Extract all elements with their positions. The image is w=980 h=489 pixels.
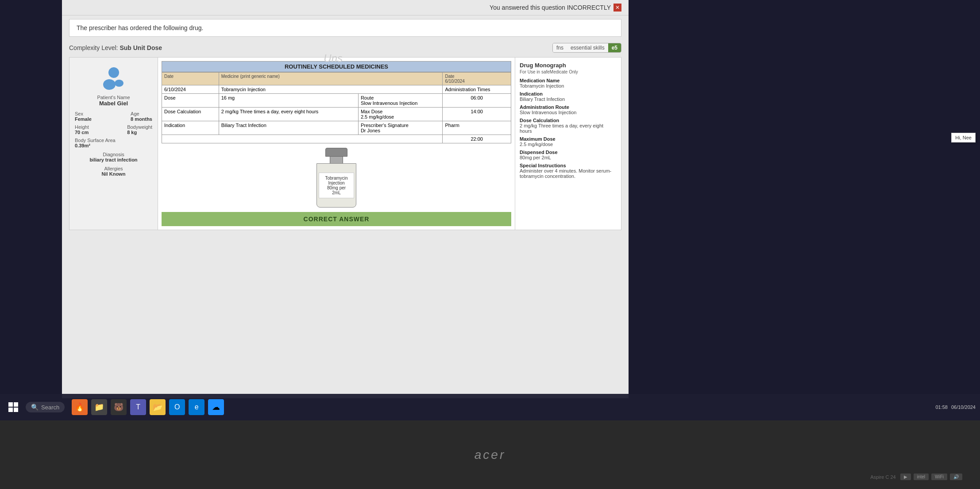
acer-logo: acer bbox=[475, 448, 505, 462]
svg-point-0 bbox=[108, 67, 119, 78]
chat-notification: Hi, Nee bbox=[951, 133, 976, 142]
monograph-dose-calc-value: 2 mg/kg Three times a day, every eight h… bbox=[520, 123, 617, 134]
age-label: Age bbox=[131, 111, 152, 116]
monograph-special-instructions-value: Administer over 4 minutes. Monitor serum… bbox=[520, 168, 617, 179]
essential-label: fnsessential skills bbox=[567, 43, 608, 52]
taskbar-app-1[interactable]: 🔥 bbox=[72, 399, 88, 415]
med-name-label: Medication Name bbox=[520, 78, 617, 83]
incorrect-banner: You answered this question INCORRECTLY ✕ bbox=[62, 0, 629, 15]
prescriber-sig-value: Dr Jones bbox=[361, 128, 440, 133]
patient-panel: Patient's Name Mabel Giel Sex Female Age… bbox=[69, 58, 158, 230]
allergies-label: Allergies bbox=[75, 166, 152, 171]
complexity-value: Sub Unit Dose bbox=[120, 44, 162, 51]
bottle-neck bbox=[330, 157, 343, 163]
taskbar-app-2[interactable]: 📁 bbox=[91, 399, 107, 415]
time-3: 22:00 bbox=[443, 135, 511, 143]
taskbar-right: 01:58 06/10/2024 bbox=[935, 404, 976, 410]
bottle-cap bbox=[325, 148, 347, 157]
monograph-admin-route-label: Administration Route bbox=[520, 104, 617, 110]
taskbar-app-cloud[interactable]: ☁ bbox=[208, 399, 224, 415]
prescriber-text: The prescriber has ordered the following… bbox=[77, 24, 203, 31]
incorrect-text: You answered this question INCORRECTLY bbox=[490, 4, 611, 11]
close-button[interactable]: ✕ bbox=[613, 4, 621, 12]
height-value: 70 cm bbox=[75, 130, 89, 135]
date-right-value: 6/10/2024 bbox=[445, 79, 465, 84]
svg-point-1 bbox=[103, 79, 116, 90]
taskbar-app-files[interactable]: 📂 bbox=[150, 399, 166, 415]
patient-avatar bbox=[100, 65, 127, 91]
monograph-indication-value: Biliary Tract Infection bbox=[520, 96, 617, 102]
e5-badge: e5 bbox=[608, 43, 621, 52]
complexity-level: Complexity Level: Sub Unit Dose bbox=[69, 44, 162, 51]
monograph-special-instructions-label: Special Instructions bbox=[520, 163, 617, 168]
main-card: Patient's Name Mabel Giel Sex Female Age… bbox=[69, 57, 621, 230]
taskbar-time: 01:58 bbox=[935, 404, 948, 410]
route-value: Slow Intravenous Injection bbox=[361, 100, 440, 106]
monograph-subtitle: For Use in safeMedicate Only bbox=[520, 69, 617, 74]
prescriber-section: The prescriber has ordered the following… bbox=[69, 19, 621, 37]
sex-label: Sex bbox=[75, 111, 92, 116]
diagnosis-value: biliary tract infection bbox=[75, 157, 152, 162]
date-cell: 6/10/2024 bbox=[162, 85, 219, 94]
allergies-section: Allergies Nil Known bbox=[75, 166, 152, 177]
fns-badge: fns fnsessential skills e5 bbox=[552, 43, 621, 53]
allergies-value: Nil Known bbox=[75, 171, 152, 177]
taskbar-app-teams[interactable]: T bbox=[130, 399, 146, 415]
brand-chips: ▶ intel WiFi 🔊 bbox=[900, 474, 962, 480]
bsa-label: Body Surface Area bbox=[75, 138, 152, 143]
complexity-row: Complexity Level: Sub Unit Dose fns fnse… bbox=[62, 40, 629, 55]
dose-label: Dose bbox=[162, 94, 219, 108]
patient-name-label: Patient's Name bbox=[97, 95, 130, 100]
sex-value: Female bbox=[75, 116, 92, 122]
date-header: Date bbox=[162, 73, 219, 85]
bottle-container: Tobramycin Injection 80mg per 2mL bbox=[316, 148, 356, 208]
max-dose-section: Max Dose 2.5 mg/kg/dose bbox=[358, 108, 443, 121]
bodyweight-label: Bodyweight bbox=[127, 124, 152, 130]
taskbar-search-box[interactable]: 🔍 Search bbox=[26, 402, 65, 412]
svg-rect-4 bbox=[14, 402, 18, 407]
brand-info: Aspire C 24 ▶ intel WiFi 🔊 bbox=[870, 474, 962, 480]
taskbar-apps: 🔥 📁 🐻 T 📂 O e ☁ bbox=[72, 399, 224, 415]
drug-chart-section: ROUTINELY SCHEDULED MEDICINES Date Medic… bbox=[158, 58, 515, 230]
start-button[interactable] bbox=[4, 398, 22, 416]
taskbar-date: 06/10/2024 bbox=[951, 404, 976, 410]
uns-notification: Uns bbox=[324, 52, 343, 65]
time-2: 14:00 bbox=[443, 108, 511, 121]
bodyweight-value: 8 kg bbox=[127, 130, 152, 135]
time-1: 06:00 bbox=[443, 94, 511, 108]
correct-answer-bar: CORRECT ANSWER bbox=[162, 212, 511, 226]
patient-details: Sex Female Age 8 months Height 70 cm bbox=[75, 111, 152, 177]
indication-value: Biliary Tract Infection bbox=[219, 121, 358, 135]
taskbar-app-outlook[interactable]: O bbox=[169, 399, 185, 415]
svg-rect-6 bbox=[14, 408, 18, 412]
medicine-cell: Tobramycin Injection bbox=[219, 85, 443, 94]
monograph-dose-calc-label: Dose Calculation bbox=[520, 118, 617, 123]
max-dose-value: 2.5 mg/kg/dose bbox=[361, 114, 440, 119]
admin-times-label: Administration Times bbox=[443, 85, 511, 94]
diagnosis-label: Diagnosis bbox=[75, 152, 152, 157]
monograph-panel: Drug Monograph For Use in safeMedicate O… bbox=[515, 58, 621, 230]
bottle-area: Tobramycin Injection 80mg per 2mL bbox=[162, 143, 511, 212]
date-right-header: Date 6/10/2024 bbox=[443, 73, 511, 85]
dose-value: 16 mg bbox=[219, 94, 358, 108]
taskbar-app-edge[interactable]: e bbox=[189, 399, 204, 415]
aspire-text: Aspire C 24 bbox=[870, 474, 895, 480]
diagnosis-section: Diagnosis biliary tract infection bbox=[75, 152, 152, 162]
age-value: 8 months bbox=[131, 116, 152, 122]
brand-chip-wifi: WiFi bbox=[931, 474, 947, 480]
bsa-row: Body Surface Area 0.39m² bbox=[75, 138, 152, 148]
taskbar-app-3[interactable]: 🐻 bbox=[111, 399, 127, 415]
dose-calc-label: Dose Calculation bbox=[162, 108, 219, 121]
fns-label: fns bbox=[553, 43, 567, 52]
bottle-label-line1: Tobramycin Injection bbox=[323, 176, 350, 185]
bezel-bottom: acer Aspire C 24 ▶ intel WiFi 🔊 bbox=[0, 420, 980, 489]
monograph-dispensed-dose-value: 80mg per 2mL bbox=[520, 155, 617, 160]
route-label-cell: Route Slow Intravenous Injection bbox=[358, 94, 443, 108]
search-icon: 🔍 bbox=[31, 404, 39, 411]
indication-label: Indication bbox=[162, 121, 219, 135]
monograph-admin-route-value: Slow Intravenous Injection bbox=[520, 110, 617, 115]
bottle-body: Tobramycin Injection 80mg per 2mL bbox=[316, 163, 356, 208]
patient-name: Mabel Giel bbox=[99, 100, 128, 107]
svg-rect-5 bbox=[8, 408, 13, 412]
brand-chip-1: ▶ bbox=[900, 474, 911, 480]
